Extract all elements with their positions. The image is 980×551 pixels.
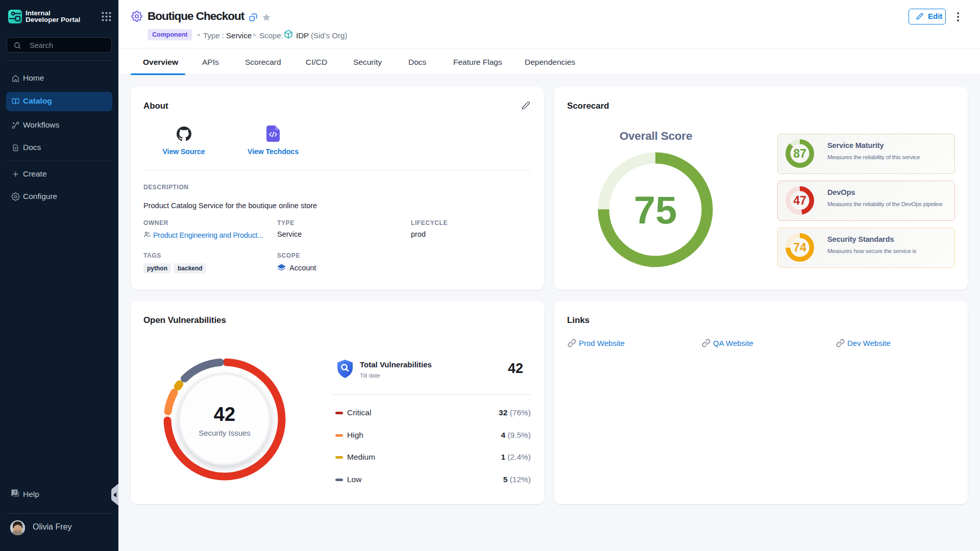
svg-text:?: ? <box>14 490 16 495</box>
